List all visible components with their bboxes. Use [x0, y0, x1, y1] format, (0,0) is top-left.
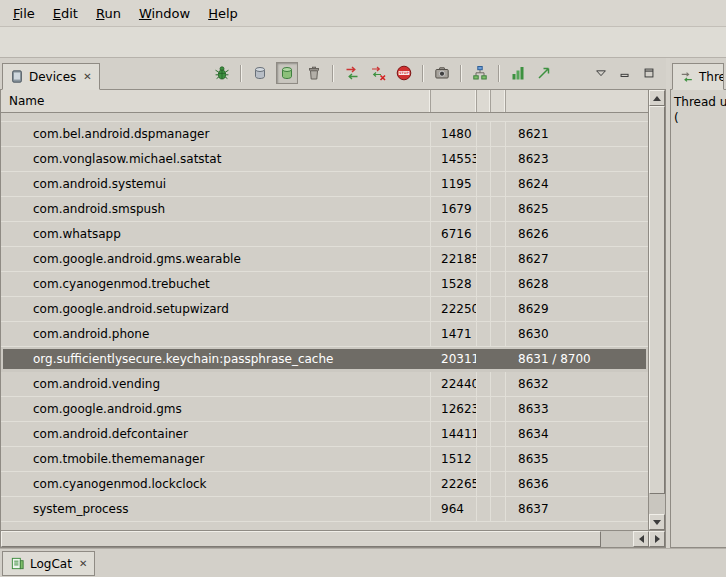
- device-cell-empty2: [491, 297, 506, 321]
- table-row[interactable]: com.tmobile.thememanager 1512 8635: [1, 447, 648, 472]
- devices-panel: Devices ✕: [0, 58, 666, 548]
- device-cell-empty2: [491, 247, 506, 271]
- arrow-right-icon: [655, 535, 660, 543]
- minimize-icon[interactable]: [616, 64, 634, 82]
- device-cell-empty1: [477, 447, 491, 471]
- device-pid: 1480: [431, 122, 477, 146]
- tab-logcat-label: LogCat: [30, 557, 72, 571]
- table-row[interactable]: org.sufficientlysecure.keychain:passphra…: [1, 347, 648, 372]
- device-pid: 20311: [431, 347, 477, 371]
- table-row[interactable]: com.bel.android.dspmanager 1480 8621: [1, 122, 648, 147]
- device-port: 8632: [506, 372, 648, 396]
- tab-devices[interactable]: Devices ✕: [2, 63, 100, 90]
- toolbar-separator: [332, 65, 334, 82]
- menu-item-file[interactable]: File: [4, 2, 44, 25]
- hierarchy-icon[interactable]: [470, 63, 490, 83]
- table-row[interactable]: com.whatsapp 6716 8626: [1, 222, 648, 247]
- device-port: 8627: [506, 247, 648, 271]
- vertical-scroll-track[interactable]: [649, 106, 665, 514]
- maximize-icon[interactable]: [640, 64, 658, 82]
- tab-devices-close-icon[interactable]: ✕: [83, 71, 91, 82]
- column-header-port[interactable]: [506, 90, 648, 112]
- menu-item-run[interactable]: Run: [87, 2, 130, 25]
- device-cell-empty1: [477, 147, 491, 171]
- table-row[interactable]: com.android.defcontainer 14411 8634: [1, 422, 648, 447]
- table-row[interactable]: com.vonglasow.michael.satstat 14553 8623: [1, 147, 648, 172]
- device-port: 8634: [506, 422, 648, 446]
- tab-logcat[interactable]: LogCat ✕: [2, 551, 95, 576]
- column-header-pid[interactable]: [431, 90, 477, 112]
- debug-icon[interactable]: [212, 63, 232, 83]
- device-port: 8637: [506, 497, 648, 521]
- menu-item-help[interactable]: Help: [199, 2, 247, 25]
- gc-icon[interactable]: [304, 63, 324, 83]
- device-pid: 6716: [431, 222, 477, 246]
- device-cell-empty2: [491, 122, 506, 146]
- partial-row: [1, 113, 648, 122]
- scroll-up-button[interactable]: [649, 90, 665, 106]
- column-header-empty2[interactable]: [491, 90, 506, 112]
- table-row[interactable]: com.android.systemui 1195 8624: [1, 172, 648, 197]
- device-pid: 22265: [431, 472, 477, 496]
- table-row[interactable]: com.android.phone 1471 8630: [1, 322, 648, 347]
- device-port: 8636: [506, 472, 648, 496]
- column-header-empty1[interactable]: [477, 90, 491, 112]
- scroll-down-button[interactable]: [649, 514, 665, 530]
- device-name: com.android.defcontainer: [1, 422, 431, 446]
- device-name: com.bel.android.dspmanager: [1, 122, 431, 146]
- device-table-header: Name: [1, 90, 648, 113]
- scroll-right-button[interactable]: [649, 531, 665, 547]
- heap-icon[interactable]: [250, 63, 270, 83]
- scroll-left-button[interactable]: [633, 531, 649, 547]
- device-name: com.google.android.gms: [1, 397, 431, 421]
- vertical-scroll-thumb[interactable]: [649, 106, 665, 494]
- device-name: com.whatsapp: [1, 222, 431, 246]
- device-pid: 22250: [431, 297, 477, 321]
- device-name: com.tmobile.thememanager: [1, 447, 431, 471]
- table-row[interactable]: com.android.vending 22440 8632: [1, 372, 648, 397]
- device-port: 8621: [506, 122, 648, 146]
- device-cell-empty2: [491, 222, 506, 246]
- threads-content: Thread up (: [670, 90, 726, 548]
- device-cell-empty2: [491, 397, 506, 421]
- main-toolbar: [0, 27, 726, 58]
- tab-threads[interactable]: Threads: [672, 63, 724, 90]
- horizontal-scroll-track[interactable]: [1, 531, 633, 547]
- device-name: com.cyanogenmod.trebuchet: [1, 272, 431, 296]
- device-cell-empty2: [491, 347, 506, 371]
- stop-process-icon[interactable]: STOP: [394, 63, 414, 83]
- device-cell-empty1: [477, 322, 491, 346]
- table-row[interactable]: com.android.smspush 1679 8625: [1, 197, 648, 222]
- update-threads-icon[interactable]: [342, 63, 362, 83]
- dump-icon[interactable]: [534, 63, 554, 83]
- threads-panel: Threads Thread up (: [670, 58, 726, 548]
- screenshot-icon[interactable]: [432, 63, 452, 83]
- device-port: 8633: [506, 397, 648, 421]
- device-cell-empty1: [477, 347, 491, 371]
- tab-logcat-close-icon[interactable]: ✕: [79, 558, 87, 569]
- vertical-scrollbar[interactable]: [648, 90, 665, 530]
- threads-message-line2: (: [674, 110, 726, 126]
- table-row[interactable]: com.google.android.setupwizard 22250 862…: [1, 297, 648, 322]
- device-cell-empty1: [477, 247, 491, 271]
- menu-bar: FileEditRunWindowHelp: [0, 0, 726, 27]
- device-cell-empty1: [477, 422, 491, 446]
- table-row[interactable]: system_process 964 8637: [1, 497, 648, 522]
- stop-profiling-icon[interactable]: [368, 63, 388, 83]
- table-row[interactable]: com.google.android.gms.wearable 22185 86…: [1, 247, 648, 272]
- table-row[interactable]: com.cyanogenmod.lockclock 22265 8636: [1, 472, 648, 497]
- horizontal-scrollbar[interactable]: [1, 530, 665, 547]
- device-port: 8635: [506, 447, 648, 471]
- menu-item-window[interactable]: Window: [130, 2, 199, 25]
- device-table: Name com.bel.android.dspmanager 1480 862…: [0, 90, 666, 548]
- menu-item-edit[interactable]: Edit: [44, 2, 87, 25]
- device-cell-empty2: [491, 472, 506, 496]
- table-row[interactable]: com.google.android.gms 12623 8633: [1, 397, 648, 422]
- column-header-name[interactable]: Name: [1, 90, 431, 112]
- table-row[interactable]: com.cyanogenmod.trebuchet 1528 8628: [1, 272, 648, 297]
- device-cell-empty2: [491, 447, 506, 471]
- update-heap-icon[interactable]: [276, 62, 298, 84]
- view-menu-icon[interactable]: [592, 64, 610, 82]
- method-profiling-icon[interactable]: [508, 63, 528, 83]
- horizontal-scroll-thumb[interactable]: [1, 531, 601, 547]
